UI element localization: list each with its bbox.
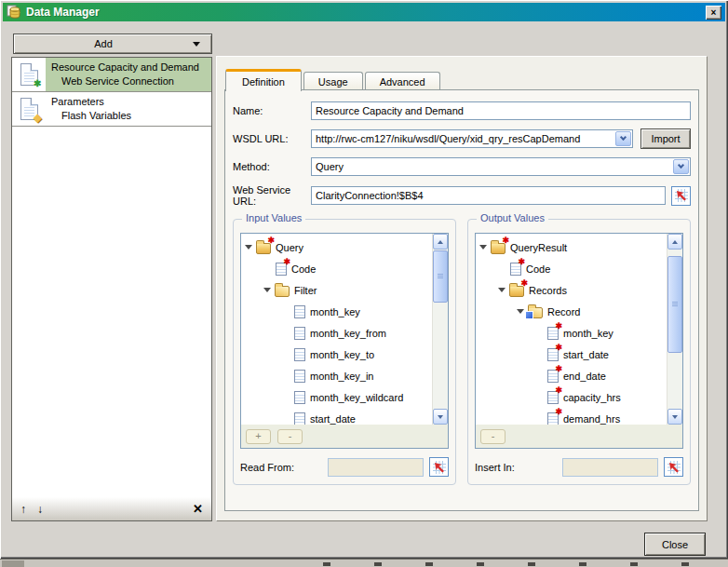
close-button[interactable]: Close	[644, 533, 706, 556]
tree-item[interactable]: month_key	[241, 301, 432, 322]
tree-item[interactable]: Records	[476, 279, 667, 301]
document-icon	[294, 391, 305, 404]
cell-picker-icon	[667, 461, 681, 474]
tree-item-label: month_key_wildcard	[310, 392, 403, 403]
expander-icon[interactable]	[498, 288, 506, 292]
list-item-web-service-connection[interactable]: Resource Capacity and Demand Web Service…	[12, 58, 211, 92]
expander-icon[interactable]	[479, 245, 487, 250]
tree-item[interactable]: start_date	[241, 408, 432, 425]
document-icon	[547, 412, 559, 425]
tree-item[interactable]: Filter	[241, 279, 432, 301]
document-icon	[547, 327, 559, 340]
tab-advanced[interactable]: Advanced	[365, 72, 440, 91]
expander-icon[interactable]	[263, 288, 271, 292]
list-item-subtitle: Web Service Connection	[51, 74, 208, 88]
insert-in-label: Insert In:	[475, 462, 515, 473]
document-icon	[294, 305, 305, 318]
method-dropdown-button[interactable]	[673, 159, 689, 174]
scroll-up-button[interactable]	[433, 234, 448, 250]
document-icon	[294, 348, 305, 361]
add-node-button[interactable]: +	[246, 429, 271, 444]
tree-item-label: Filter	[294, 285, 317, 296]
tree-item[interactable]: Record	[476, 301, 667, 322]
scrollbar-thumb[interactable]	[667, 256, 682, 353]
tree-item[interactable]: capacity_hrs	[476, 386, 667, 408]
tree-item[interactable]: Code	[241, 258, 432, 279]
read-from-input[interactable]	[328, 458, 424, 477]
move-down-icon[interactable]: ↓	[37, 503, 43, 516]
name-input[interactable]: Resource Capacity and Demand	[311, 101, 691, 120]
tree-item[interactable]: QueryResult	[476, 236, 667, 258]
tree-item[interactable]: month_key_to	[241, 344, 432, 365]
parameters-document-icon	[20, 98, 38, 120]
window-close-button[interactable]: ×	[706, 6, 721, 20]
expander-icon[interactable]	[245, 245, 252, 250]
document-icon	[294, 327, 305, 340]
input-values-group: Input Values QueryCodeFiltermonth_keymon…	[233, 219, 456, 485]
wsdl-url-combobox[interactable]: http://rwc-cm127/niku/wsdl/Query/xid_qry…	[311, 129, 633, 148]
tree-item[interactable]: Code	[476, 258, 667, 279]
tab-definition[interactable]: Definition	[225, 69, 302, 91]
tree-item-label: Records	[529, 285, 567, 296]
database-icon	[7, 5, 22, 20]
document-icon	[547, 348, 559, 361]
tree-item-label: end_date	[563, 371, 606, 382]
expander-icon[interactable]	[517, 309, 524, 314]
tab-label: Definition	[242, 76, 285, 88]
chevron-down-icon	[620, 134, 627, 141]
list-item-flash-variables[interactable]: Parameters Flash Variables	[12, 92, 211, 127]
cell-reference-picker-button[interactable]	[664, 457, 683, 477]
scroll-down-button[interactable]	[667, 409, 682, 425]
tree-item[interactable]: month_key_wildcard	[241, 386, 432, 408]
output-values-legend: Output Values	[477, 212, 548, 223]
tab-usage[interactable]: Usage	[303, 72, 363, 91]
output-tree-scrollbar[interactable]	[667, 234, 682, 425]
tree-item-label: Code	[526, 263, 550, 275]
definition-tab-page: Name: Resource Capacity and Demand WSDL …	[224, 89, 699, 511]
cell-picker-icon	[675, 189, 688, 202]
arrow-down-icon	[438, 415, 443, 419]
arrow-up-icon	[438, 240, 443, 244]
document-icon	[294, 370, 305, 383]
tree-item-label: month_key	[310, 306, 360, 317]
method-value: Query	[316, 161, 344, 172]
input-tree-scrollbar[interactable]	[432, 234, 448, 425]
insert-in-input[interactable]	[562, 458, 658, 477]
tree-item[interactable]: Query	[241, 236, 432, 258]
tree-item[interactable]: start_date	[476, 344, 667, 365]
data-manager-dialog: Data Manager × Add Resource Capacity and…	[0, 0, 728, 559]
input-values-legend: Input Values	[242, 212, 305, 223]
method-combobox[interactable]: Query	[311, 157, 691, 176]
add-button-label: Add	[14, 38, 193, 49]
wsdl-dropdown-button[interactable]	[615, 131, 631, 146]
tree-item[interactable]: end_date	[476, 365, 667, 386]
scrollbar-thumb[interactable]	[433, 250, 448, 303]
input-values-treebox: QueryCodeFiltermonth_keymonth_key_frommo…	[240, 233, 449, 449]
cell-reference-picker-button[interactable]	[671, 186, 691, 206]
output-values-group: Output Values QueryResultCodeRecordsReco…	[467, 219, 691, 485]
tree-item[interactable]: month_key	[476, 322, 667, 344]
tree-item[interactable]: month_key_in	[241, 365, 432, 386]
scroll-up-button[interactable]	[667, 234, 682, 250]
add-button[interactable]: Add	[13, 34, 212, 54]
tree-item-label: Query	[276, 242, 303, 253]
title-bar[interactable]: Data Manager ×	[3, 3, 725, 21]
cell-reference-picker-button[interactable]	[429, 457, 449, 477]
import-button[interactable]: Import	[640, 128, 691, 149]
wsdl-url-value: http://rwc-cm127/niku/wsdl/Query/xid_qry…	[316, 133, 580, 144]
scroll-down-button[interactable]	[433, 409, 448, 425]
remove-node-button[interactable]: -	[480, 429, 506, 444]
tree-item-label: start_date	[310, 413, 356, 425]
document-icon	[510, 263, 521, 276]
folder-icon	[491, 241, 506, 254]
delete-icon[interactable]: ✕	[193, 502, 203, 516]
tree-item[interactable]: month_key_from	[241, 322, 432, 344]
tab-bar: Definition Usage Advanced	[225, 69, 442, 91]
document-icon	[547, 391, 559, 404]
input-tree-footer: + -	[241, 425, 448, 448]
arrow-down-icon	[672, 415, 678, 419]
tree-item[interactable]: demand_hrs	[476, 408, 667, 425]
remove-node-button[interactable]: -	[277, 429, 303, 444]
web-service-url-input[interactable]: ClarityConnection!$B$4	[311, 186, 666, 205]
move-up-icon[interactable]: ↑	[20, 503, 26, 516]
